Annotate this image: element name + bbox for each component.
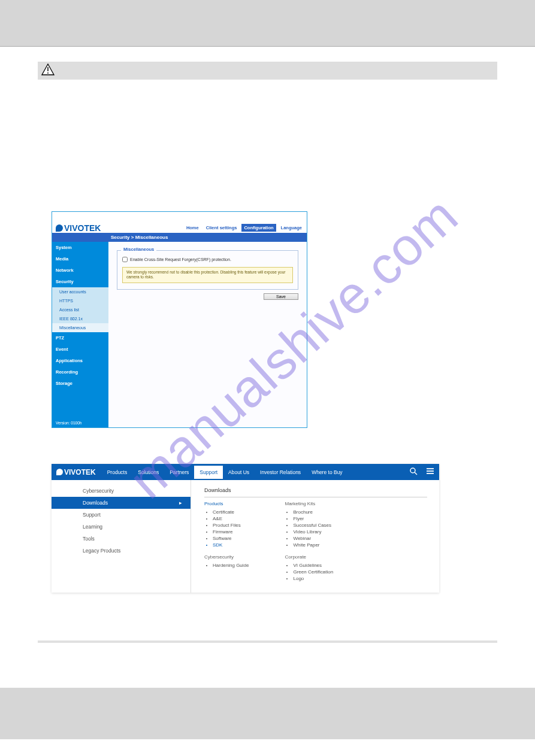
svg-point-2 (47, 72, 49, 74)
col-heading-marketing: Marketing Kits (285, 501, 333, 506)
nav-where-to-buy[interactable]: Where to Buy (306, 466, 348, 479)
nav-solutions[interactable]: Solutions (132, 466, 164, 479)
sidebar-item-applications[interactable]: Applications (52, 355, 108, 366)
sidebar-item-media[interactable]: Media (52, 253, 108, 265)
link-brochure[interactable]: Brochure (293, 509, 333, 515)
left-nav-legacy[interactable]: Legacy Products (52, 545, 191, 557)
config-main-pane: Miscellaneous Enable Cross-Site Request … (108, 242, 307, 427)
sidebar-item-system[interactable]: System (52, 242, 108, 253)
search-icon[interactable] (409, 467, 418, 477)
warning-message: We strongly recommend not to disable thi… (122, 267, 293, 283)
page-content: VIVOTEK Home Client settings Configurati… (38, 47, 497, 643)
sidebar-item-storage[interactable]: Storage (52, 378, 108, 389)
left-nav-downloads[interactable]: Downloads ▸ (52, 497, 191, 509)
sidebar-item-security[interactable]: Security (52, 276, 108, 287)
sidebar-sub-user-accounts[interactable]: User accounts (52, 287, 108, 296)
tab-client-settings[interactable]: Client settings (204, 224, 240, 232)
site-left-nav: Cybersecurity Downloads ▸ Support Learni… (52, 480, 191, 593)
nav-partners[interactable]: Partners (164, 466, 194, 479)
fieldset-legend: Miscellaneous (121, 247, 156, 252)
csrf-checkbox-label: Enable Cross-Site Request Forgery(CSRF) … (130, 257, 231, 262)
config-sidebar: System Media Network Security User accou… (52, 242, 108, 427)
col-heading-cybersecurity: Cybersecurity (204, 554, 249, 560)
svg-point-3 (410, 468, 415, 473)
menu-icon[interactable] (426, 467, 434, 477)
tab-configuration[interactable]: Configuration (241, 224, 276, 232)
link-flyer[interactable]: Flyer (293, 515, 333, 522)
note-bar (38, 62, 497, 80)
sidebar-item-recording[interactable]: Recording (52, 366, 108, 378)
link-hardening-guide[interactable]: Hardening Guide (213, 562, 249, 569)
sidebar-sub-ieee[interactable]: IEEE 802.1x (52, 314, 108, 323)
col-heading-products: Products (204, 501, 249, 506)
site-right-content: Downloads Products Certificate A&E Produ… (191, 480, 439, 593)
link-white-paper[interactable]: White Paper (293, 542, 333, 548)
downloads-heading: Downloads (204, 487, 427, 497)
link-product-files[interactable]: Product Files (213, 522, 249, 529)
page-footer-band (0, 688, 535, 739)
sidebar-sub-https[interactable]: HTTPS (52, 296, 108, 305)
sidebar-item-network[interactable]: Network (52, 265, 108, 276)
sidebar-sub-miscellaneous[interactable]: Miscellaneous (52, 323, 108, 332)
svg-line-4 (415, 472, 417, 475)
link-firmware[interactable]: Firmware (213, 529, 249, 535)
tab-home[interactable]: Home (184, 224, 201, 232)
nav-investor[interactable]: Investor Relations (255, 466, 306, 479)
link-certificate[interactable]: Certificate (213, 509, 249, 515)
link-successful-cases[interactable]: Successful Cases (293, 522, 333, 529)
csrf-checkbox[interactable] (122, 257, 128, 262)
vivotek-logo: VIVOTEK (56, 223, 101, 233)
footer-divider (38, 640, 497, 643)
link-ae[interactable]: A&E (213, 515, 249, 522)
link-software[interactable]: Software (213, 535, 249, 542)
link-video-library[interactable]: Video Library (293, 529, 333, 535)
chevron-right-icon: ▸ (179, 500, 182, 506)
link-sdk[interactable]: SDK (213, 542, 249, 548)
left-nav-support[interactable]: Support (52, 509, 191, 521)
nav-about[interactable]: About Us (223, 466, 255, 479)
sidebar-sub-access-list[interactable]: Access list (52, 305, 108, 314)
page-header-band (0, 0, 535, 47)
left-nav-tools[interactable]: Tools (52, 533, 191, 545)
config-panel-screenshot: VIVOTEK Home Client settings Configurati… (52, 211, 307, 428)
save-button[interactable]: Save (264, 293, 298, 300)
nav-support[interactable]: Support (194, 466, 223, 479)
warning-icon (41, 63, 55, 78)
link-green-cert[interactable]: Green Certification (293, 569, 333, 575)
sidebar-version: Version: 0100h (52, 418, 108, 427)
breadcrumb: Security > Miscellaneous (52, 233, 307, 242)
link-vi-guidelines[interactable]: VI Guidelines (293, 562, 333, 569)
sidebar-item-event[interactable]: Event (52, 344, 108, 355)
left-nav-learning[interactable]: Learning (52, 521, 191, 533)
tab-language[interactable]: Language (279, 224, 304, 232)
top-tabs: Home Client settings Configuration Langu… (184, 224, 304, 233)
col-heading-corporate: Corporate (285, 554, 333, 560)
sidebar-item-ptz[interactable]: PTZ (52, 332, 108, 344)
website-panel-screenshot: VIVOTEK Products Solutions Partners Supp… (52, 464, 439, 593)
link-webinar[interactable]: Webinar (293, 535, 333, 542)
left-nav-cybersecurity[interactable]: Cybersecurity (52, 485, 191, 497)
site-logo: VIVOTEK (56, 468, 96, 476)
link-logo[interactable]: Logo (293, 575, 333, 582)
nav-products[interactable]: Products (102, 466, 133, 479)
